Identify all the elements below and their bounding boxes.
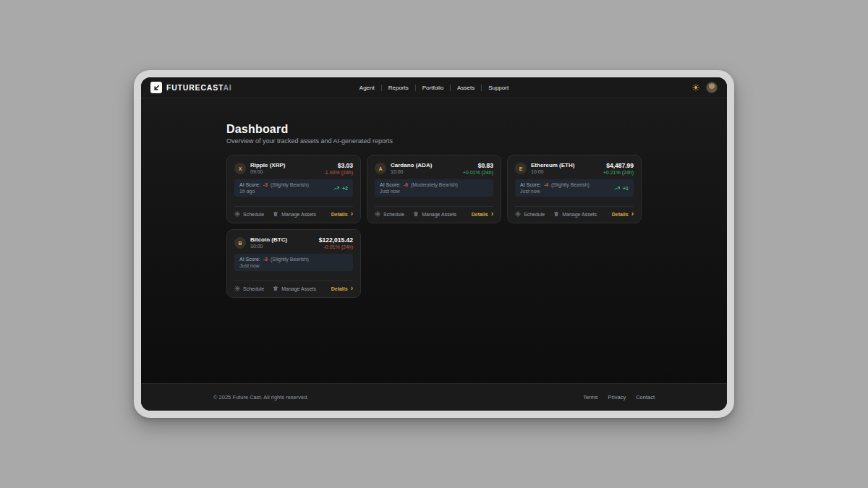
trending-up-icon (333, 185, 340, 192)
ai-score-label: AI Score: (380, 182, 401, 187)
copyright-text: © 2025 Future Cast. All rights reserved. (213, 394, 308, 401)
ai-updated: 1h ago (239, 189, 309, 194)
ai-score-label: AI Score: (239, 257, 260, 262)
trend-indicator: +2 (333, 185, 348, 192)
schedule-button[interactable]: Schedule (234, 211, 264, 217)
user-avatar[interactable] (706, 82, 718, 93)
details-button[interactable]: Details › (331, 286, 353, 291)
main-nav: Agent Reports Portfolio Assets Support (353, 85, 515, 91)
brand-name-primary: FUTURECAST (166, 83, 223, 92)
asset-time: 10:00 (250, 244, 315, 249)
page-title: Dashboard (226, 123, 642, 136)
footer-link-terms[interactable]: Terms (583, 394, 597, 401)
details-label: Details (612, 212, 629, 217)
trend-value: +2 (342, 186, 348, 191)
coin-badge: A (375, 163, 386, 174)
trend-value: +1 (623, 186, 629, 191)
trash-icon (553, 211, 559, 217)
asset-price: $4,487.99 (603, 162, 634, 169)
ai-score-panel: AI Score: -4 (Slightly Bearish) Just now (515, 179, 634, 197)
manage-assets-button[interactable]: Manage Assets (273, 211, 316, 217)
asset-card-ripple: X Ripple (XRP) 09:00 $3.03 -1.93% (24h) (226, 155, 361, 223)
ai-score-panel: AI Score: -3 (Slightly Bearish) 1h ago (234, 179, 353, 197)
asset-change: +0.01% (24h) (463, 170, 493, 175)
footer-links: Terms Privacy Contact (583, 394, 655, 401)
ai-score-value: -6 (404, 182, 408, 187)
schedule-label: Schedule (243, 286, 264, 291)
nav-item-agent[interactable]: Agent (353, 85, 382, 91)
coin-badge: E (515, 163, 527, 174)
card-header: X Ripple (XRP) 09:00 $3.03 -1.93% (24h) (234, 162, 353, 175)
footer-link-privacy[interactable]: Privacy (608, 394, 626, 401)
ai-sentiment: (Slightly Bearish) (271, 257, 309, 262)
asset-time: 10:00 (531, 169, 599, 174)
chevron-right-icon: › (631, 212, 634, 216)
manage-assets-label: Manage Assets (281, 286, 316, 291)
desktop-background: FUTURECASTAI Agent Reports Portfolio Ass… (0, 0, 868, 488)
trend-indicator: +1 (614, 185, 629, 192)
ai-updated: Just now (380, 189, 458, 194)
schedule-label: Schedule (524, 212, 545, 217)
navbar-right (692, 82, 718, 93)
card-header: B Bitcoin (BTC) 10:00 $122,015.42 -0.01%… (234, 236, 353, 249)
details-label: Details (331, 286, 348, 291)
details-button[interactable]: Details › (612, 212, 634, 217)
card-footer: Schedule Manage Assets (515, 206, 634, 217)
app-window: FUTURECASTAI Agent Reports Portfolio Ass… (134, 70, 734, 418)
asset-time: 09:00 (250, 169, 320, 174)
schedule-label: Schedule (383, 212, 404, 217)
gear-icon (375, 211, 380, 217)
manage-assets-button[interactable]: Manage Assets (273, 286, 316, 291)
details-button[interactable]: Details › (472, 212, 493, 217)
asset-card-bitcoin: B Bitcoin (BTC) 10:00 $122,015.42 -0.01%… (226, 229, 361, 298)
page-subtitle: Overview of your tracked assets and AI-g… (226, 137, 642, 145)
coin-badge: B (234, 237, 246, 249)
asset-card-ethereum: E Ethereum (ETH) 10:00 $4,487.99 +0.21% … (507, 155, 642, 223)
asset-card-cardano: A Cardano (ADA) 10:00 $0.83 +0.01% (24h) (367, 155, 501, 223)
schedule-button[interactable]: Schedule (515, 211, 545, 217)
schedule-button[interactable]: Schedule (234, 286, 264, 291)
asset-change: -1.93% (24h) (324, 170, 353, 175)
details-button[interactable]: Details › (331, 212, 353, 217)
footer-link-contact[interactable]: Contact (636, 394, 655, 401)
ai-score-label: AI Score: (239, 182, 260, 187)
nav-item-reports[interactable]: Reports (382, 85, 416, 91)
app-surface: FUTURECASTAI Agent Reports Portfolio Ass… (141, 77, 727, 411)
details-label: Details (472, 212, 488, 217)
manage-assets-button[interactable]: Manage Assets (413, 211, 456, 217)
ai-updated: Just now (520, 189, 590, 194)
brand-logo-icon (150, 82, 162, 93)
ai-sentiment: (Moderately Bearish) (411, 182, 458, 187)
trending-up-icon (614, 185, 621, 192)
nav-item-support[interactable]: Support (482, 85, 515, 91)
trash-icon (273, 286, 278, 291)
coin-badge: X (234, 163, 246, 174)
manage-assets-label: Manage Assets (562, 212, 597, 217)
theme-toggle-sun-icon[interactable] (692, 84, 699, 91)
asset-change: +0.21% (24h) (603, 170, 634, 175)
asset-cards-grid: X Ripple (XRP) 09:00 $3.03 -1.93% (24h) (226, 155, 642, 298)
chevron-right-icon: › (351, 212, 353, 216)
chevron-right-icon: › (491, 212, 493, 216)
nav-item-portfolio[interactable]: Portfolio (416, 85, 451, 91)
card-header: E Ethereum (ETH) 10:00 $4,487.99 +0.21% … (515, 162, 634, 175)
schedule-button[interactable]: Schedule (375, 211, 404, 217)
asset-price: $3.03 (324, 162, 353, 169)
trash-icon (413, 211, 419, 217)
ai-score-value: -4 (544, 182, 548, 187)
ai-sentiment: (Slightly Bearish) (271, 182, 309, 187)
chevron-right-icon: › (351, 286, 353, 291)
brand-name-suffix: AI (223, 83, 231, 92)
card-footer: Schedule Manage Assets (234, 206, 353, 217)
card-header: A Cardano (ADA) 10:00 $0.83 +0.01% (24h) (375, 162, 493, 175)
manage-assets-button[interactable]: Manage Assets (553, 211, 597, 217)
nav-item-assets[interactable]: Assets (451, 85, 482, 91)
manage-assets-label: Manage Assets (422, 212, 456, 217)
asset-name: Bitcoin (BTC) (250, 236, 315, 243)
gear-icon (234, 211, 240, 217)
brand[interactable]: FUTURECASTAI (150, 82, 232, 93)
footer: © 2025 Future Cast. All rights reserved.… (141, 383, 727, 411)
gear-icon (515, 211, 521, 217)
brand-name: FUTURECASTAI (166, 83, 232, 92)
asset-price: $0.83 (463, 162, 493, 169)
